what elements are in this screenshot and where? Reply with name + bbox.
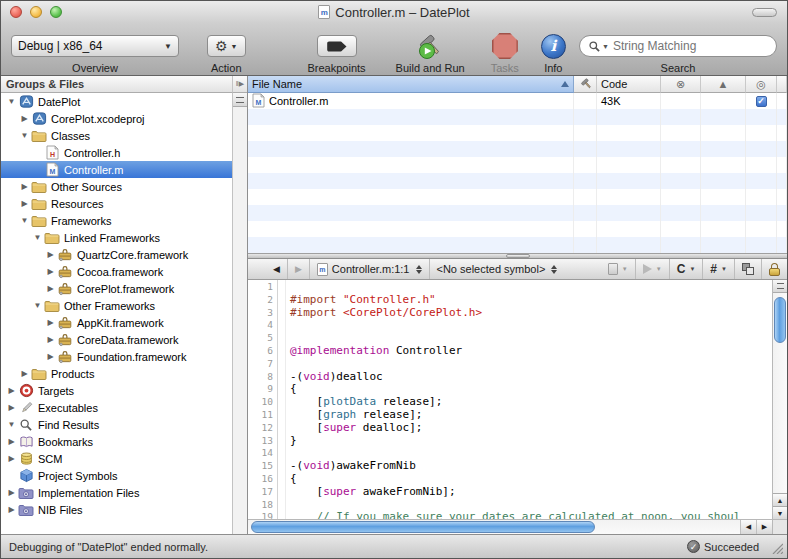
column-header-hammer-icon[interactable] bbox=[574, 76, 597, 93]
column-header-warning-icon[interactable]: ▲ bbox=[701, 76, 746, 93]
action-button[interactable]: ⚙ ▼ bbox=[207, 35, 246, 57]
sidebar-item-frameworks[interactable]: ▼Frameworks bbox=[1, 212, 232, 229]
scroll-left-icon[interactable]: ◀ bbox=[740, 520, 756, 534]
line-number[interactable]: 3 bbox=[248, 307, 277, 320]
target-checkbox[interactable]: ✓ bbox=[756, 96, 767, 107]
line-number[interactable]: 11 bbox=[248, 409, 277, 422]
column-header-file-name[interactable]: File Name bbox=[248, 76, 574, 93]
sidebar-collapse-icon[interactable]: ‖▶ bbox=[232, 76, 247, 93]
line-number[interactable]: 2 bbox=[248, 294, 277, 307]
info-icon[interactable]: i bbox=[541, 34, 566, 59]
disclosure-closed-icon[interactable]: ▶ bbox=[5, 454, 18, 463]
line-number[interactable]: 16 bbox=[248, 473, 277, 486]
disclosure-closed-icon[interactable]: ▶ bbox=[5, 488, 18, 497]
code-lines[interactable]: #import "Controller.h"#import <CorePlot/… bbox=[286, 280, 787, 534]
sidebar-item-scm[interactable]: ▶SCM bbox=[1, 450, 232, 467]
file-row-controller-m[interactable]: MController.m43K✓ bbox=[248, 93, 787, 109]
sidebar-item-implementation-files[interactable]: ▶Implementation Files bbox=[1, 484, 232, 501]
disclosure-open-icon[interactable]: ▼ bbox=[5, 420, 18, 429]
zoom-button[interactable] bbox=[50, 6, 62, 18]
title-bar[interactable]: m Controller.m – DatePlot bbox=[1, 1, 787, 23]
line-number[interactable]: 8 bbox=[248, 371, 277, 384]
horizontal-scrollbar[interactable]: ◀ ▶ bbox=[248, 519, 772, 534]
disclosure-closed-icon[interactable]: ▶ bbox=[5, 403, 18, 412]
code-editor[interactable]: 1234567891011121314151617181920 #import … bbox=[248, 280, 787, 534]
overview-popup[interactable]: Debug | x86_64 ▼ bbox=[11, 35, 179, 57]
hammer-run-icon[interactable] bbox=[415, 31, 445, 61]
disclosure-closed-icon[interactable]: ▶ bbox=[5, 386, 18, 395]
sidebar-item-linked-frameworks[interactable]: ▼Linked Frameworks bbox=[1, 229, 232, 246]
sidebar-item-find-results[interactable]: ▼Find Results bbox=[1, 416, 232, 433]
sidebar-item-coreplot-xcodeproj[interactable]: ▶CorePlot.xcodeproj bbox=[1, 110, 232, 127]
disclosure-closed-icon[interactable]: ▶ bbox=[18, 182, 31, 191]
disclosure-closed-icon[interactable]: ▶ bbox=[5, 437, 18, 446]
line-number[interactable]: 18 bbox=[248, 499, 277, 512]
sidebar-item-coreplot-framework[interactable]: ▶CorePlot.framework bbox=[1, 280, 232, 297]
sidebar-item-products[interactable]: ▶Products bbox=[1, 365, 232, 382]
sidebar-splitter-button[interactable] bbox=[233, 93, 247, 107]
included-files-menu[interactable]: # ▼ bbox=[703, 259, 735, 279]
minimize-button[interactable] bbox=[30, 6, 42, 18]
column-header-code[interactable]: Code bbox=[597, 76, 661, 93]
stop-octagon-icon[interactable] bbox=[492, 33, 518, 59]
breakpoints-menu[interactable]: ▼ bbox=[636, 259, 670, 279]
disclosure-open-icon[interactable]: ▼ bbox=[31, 301, 44, 310]
line-number[interactable]: 13 bbox=[248, 435, 277, 448]
disclosure-closed-icon[interactable]: ▶ bbox=[5, 505, 18, 514]
disclosure-closed-icon[interactable]: ▶ bbox=[18, 369, 31, 378]
disclosure-closed-icon[interactable]: ▶ bbox=[44, 352, 57, 361]
line-number[interactable]: 10 bbox=[248, 396, 277, 409]
disclosure-closed-icon[interactable]: ▶ bbox=[18, 114, 31, 123]
forward-icon[interactable]: ▶ bbox=[295, 264, 302, 274]
vertical-scrollbar[interactable]: ▲ ▼ bbox=[772, 280, 787, 519]
sidebar-item-quartzcore-framework[interactable]: ▶QuartzCore.framework bbox=[1, 246, 232, 263]
sidebar-item-targets[interactable]: ▶Targets bbox=[1, 382, 232, 399]
sidebar-item-project-symbols[interactable]: Project Symbols bbox=[1, 467, 232, 484]
sidebar-item-appkit-framework[interactable]: ▶AppKit.framework bbox=[1, 314, 232, 331]
line-number[interactable]: 12 bbox=[248, 422, 277, 435]
vertical-scroll-thumb[interactable] bbox=[774, 297, 786, 343]
sidebar-item-nib-files[interactable]: ▶NIB Files bbox=[1, 501, 232, 518]
magnifier-icon[interactable]: ▼ bbox=[588, 40, 609, 53]
disclosure-open-icon[interactable]: ▼ bbox=[18, 216, 31, 225]
sidebar-item-dateplot[interactable]: ▼DatePlot bbox=[1, 93, 232, 110]
search-field[interactable]: ▼ bbox=[579, 35, 777, 57]
scroll-right-icon[interactable]: ▶ bbox=[756, 520, 772, 534]
disclosure-closed-icon[interactable]: ▶ bbox=[44, 284, 57, 293]
file-popup[interactable]: m Controller.m:1:1 bbox=[310, 259, 430, 279]
sidebar-item-foundation-framework[interactable]: ▶Foundation.framework bbox=[1, 348, 232, 365]
symbol-popup[interactable]: <No selected symbol> bbox=[430, 259, 565, 279]
column-header-error-icon[interactable]: ⊗ bbox=[661, 76, 701, 93]
counterparts-menu[interactable]: C ▼ bbox=[670, 259, 704, 279]
scroll-down-icon[interactable]: ▼ bbox=[773, 506, 787, 519]
lock-button[interactable] bbox=[762, 259, 787, 279]
line-number[interactable]: 6 bbox=[248, 345, 277, 358]
sidebar-item-cocoa-framework[interactable]: ▶Cocoa.framework bbox=[1, 263, 232, 280]
line-number[interactable]: 9 bbox=[248, 383, 277, 396]
line-number[interactable]: 15 bbox=[248, 460, 277, 473]
back-icon[interactable]: ◀ bbox=[273, 264, 280, 274]
sidebar-item-resources[interactable]: ▶Resources bbox=[1, 195, 232, 212]
line-number[interactable]: 5 bbox=[248, 332, 277, 345]
sidebar-item-coredata-framework[interactable]: ▶CoreData.framework bbox=[1, 331, 232, 348]
line-number[interactable]: 4 bbox=[248, 319, 277, 332]
breakpoints-button[interactable] bbox=[317, 35, 357, 57]
disclosure-open-icon[interactable]: ▼ bbox=[18, 131, 31, 140]
scroll-up-icon[interactable]: ▲ bbox=[773, 493, 787, 506]
stepper-icon[interactable] bbox=[416, 265, 422, 274]
sidebar-item-other-sources[interactable]: ▶Other Sources bbox=[1, 178, 232, 195]
disclosure-open-icon[interactable]: ▼ bbox=[31, 233, 44, 242]
bookmarks-menu[interactable]: ▼ bbox=[601, 259, 636, 279]
disclosure-open-icon[interactable]: ▼ bbox=[5, 97, 18, 106]
sidebar-item-controller-h[interactable]: HController.h bbox=[1, 144, 232, 161]
open-in-window-button[interactable] bbox=[735, 259, 762, 279]
splitter-grip[interactable] bbox=[506, 254, 530, 258]
sidebar-item-controller-m[interactable]: MController.m bbox=[1, 161, 232, 178]
disclosure-closed-icon[interactable]: ▶ bbox=[44, 335, 57, 344]
split-editor-button[interactable] bbox=[773, 280, 787, 293]
resize-grip[interactable] bbox=[769, 540, 783, 554]
search-input[interactable] bbox=[613, 39, 753, 53]
line-number[interactable]: 17 bbox=[248, 486, 277, 499]
disclosure-closed-icon[interactable]: ▶ bbox=[18, 199, 31, 208]
column-header-target-membership-icon[interactable]: ◎ bbox=[746, 76, 777, 93]
